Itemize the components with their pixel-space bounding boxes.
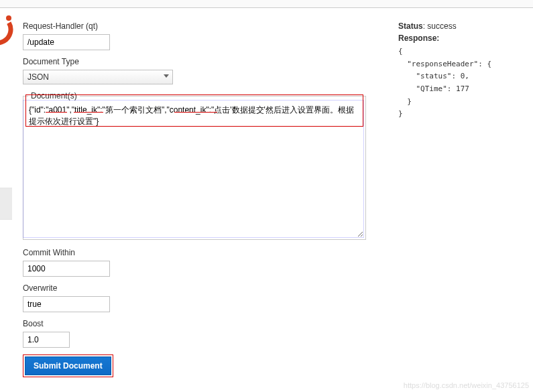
logo-fragment (0, 9, 17, 48)
document-type-select[interactable]: JSON (23, 70, 173, 84)
request-handler-input[interactable] (23, 34, 110, 50)
response-body: { "responseHeader": { "status": 0, "QTim… (398, 46, 532, 121)
document-type-label: Document Type (23, 57, 366, 66)
svg-point-1 (6, 15, 11, 21)
request-handler-label: Request-Handler (qt) (23, 21, 366, 31)
overwrite-input[interactable] (23, 296, 110, 312)
status-label: Status (398, 21, 423, 31)
documents-textarea[interactable] (23, 101, 363, 237)
commit-within-input[interactable] (23, 261, 110, 277)
overwrite-label: Overwrite (23, 283, 366, 293)
response-column: Status: success Response: { "responseHea… (398, 21, 532, 377)
status-value: success (427, 21, 456, 31)
documents-legend: Document(s) (28, 91, 80, 101)
status-line: Status: success (398, 21, 532, 31)
request-handler-field: Request-Handler (qt) (23, 21, 366, 50)
submit-document-button[interactable]: Submit Document (25, 356, 111, 375)
boost-field: Boost (23, 319, 366, 348)
document-type-field: Document Type JSON (23, 57, 366, 84)
form-column: Request-Handler (qt) Document Type JSON … (23, 21, 366, 377)
boost-input[interactable] (23, 332, 70, 348)
sidebar-active-stub (0, 188, 12, 220)
response-label: Response: (398, 34, 532, 43)
commit-within-label: Commit Within (23, 248, 366, 257)
boost-label: Boost (23, 319, 366, 328)
commit-within-field: Commit Within (23, 248, 366, 277)
watermark: https://blog.csdn.net/weixin_43756125 (404, 381, 529, 389)
overwrite-field: Overwrite (23, 283, 366, 312)
document-type-value: JSON (27, 72, 49, 82)
top-toolbar-edge (0, 0, 533, 8)
chevron-down-icon (164, 74, 169, 78)
documents-fieldset: Document(s) (23, 91, 366, 240)
highlight-box-submit: Submit Document (23, 354, 113, 377)
main-content: Request-Handler (qt) Document Type JSON … (0, 8, 533, 377)
